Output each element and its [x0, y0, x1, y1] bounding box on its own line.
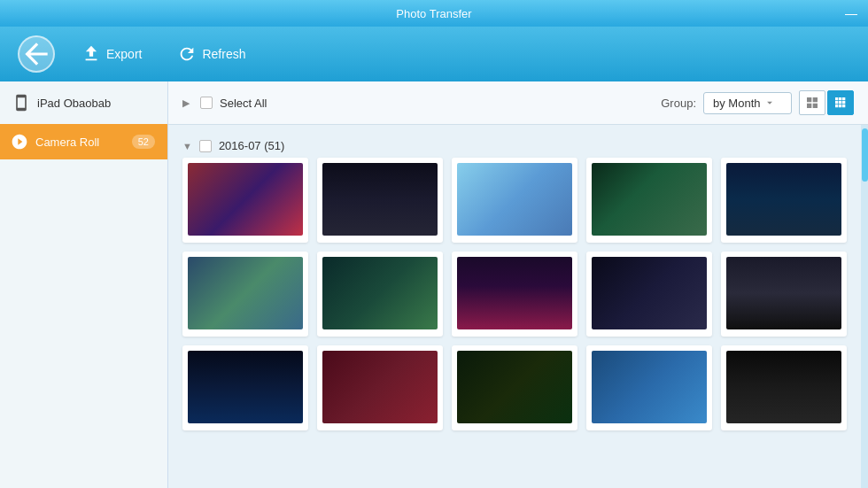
group-checkbox[interactable]	[199, 140, 212, 152]
select-all-label: Select All	[220, 97, 267, 110]
refresh-label: Refresh	[202, 47, 245, 61]
photo-card[interactable]	[721, 158, 847, 243]
photo-card[interactable]	[182, 252, 308, 337]
group-value: by Month	[713, 97, 760, 110]
photo-grid	[182, 158, 847, 439]
content-header: ▶ Select All Group: by Month	[168, 81, 868, 125]
photo-thumbnail	[592, 351, 707, 423]
photo-card[interactable]	[317, 158, 443, 243]
scrollbar-thumb[interactable]	[862, 128, 868, 182]
photo-thumbnail	[322, 163, 438, 236]
photo-card[interactable]	[452, 158, 577, 243]
photos-scroll-area[interactable]: ▼ 2016-07 (51)	[168, 125, 861, 488]
refresh-button[interactable]: Refresh	[168, 39, 254, 69]
photo-card[interactable]	[452, 345, 577, 430]
sidebar: iPad Obaobab Camera Roll 52	[0, 81, 168, 488]
photo-card[interactable]	[182, 345, 308, 430]
device-item: iPad Obaobab	[0, 81, 167, 124]
app-title: Photo Transfer	[396, 7, 471, 20]
sidebar-item-camera-roll[interactable]: Camera Roll 52	[0, 124, 167, 159]
select-all-checkbox[interactable]	[200, 97, 213, 109]
group-collapse-arrow[interactable]: ▼	[182, 141, 192, 151]
photo-card[interactable]	[452, 252, 577, 337]
photo-thumbnail	[322, 257, 438, 329]
toolbar: Export Refresh	[0, 27, 868, 81]
photo-card[interactable]	[586, 252, 712, 337]
photo-card[interactable]	[721, 252, 847, 337]
content-area: ▶ Select All Group: by Month	[168, 81, 868, 488]
group-header: ▼ 2016-07 (51)	[182, 132, 847, 158]
photo-card[interactable]	[586, 345, 712, 430]
group-label: Group:	[661, 97, 696, 110]
photo-card[interactable]	[317, 252, 443, 337]
photo-card[interactable]	[721, 345, 847, 430]
main-area: iPad Obaobab Camera Roll 52 ▶ Select All…	[0, 81, 868, 488]
title-bar: Photo Transfer —	[0, 0, 868, 27]
photo-thumbnail	[457, 351, 572, 423]
group-area: Group: by Month	[661, 90, 854, 115]
device-name: iPad Obaobab	[37, 97, 111, 110]
camera-roll-label: Camera Roll	[35, 136, 99, 149]
photo-thumbnail	[592, 257, 707, 329]
photo-card[interactable]	[317, 345, 443, 430]
view-toggle	[799, 90, 854, 115]
photo-thumbnail	[592, 163, 707, 236]
camera-roll-badge: 52	[132, 135, 155, 149]
photo-thumbnail	[457, 163, 572, 236]
photo-thumbnail	[322, 351, 438, 423]
photo-card[interactable]	[586, 158, 712, 243]
photo-thumbnail	[188, 351, 303, 423]
group-label-text: 2016-07 (51)	[219, 139, 284, 152]
view-grid-large-button[interactable]	[799, 90, 825, 115]
select-all-area: ▶ Select All	[182, 97, 267, 110]
export-label: Export	[106, 47, 142, 61]
photo-thumbnail	[188, 163, 303, 236]
minimize-button[interactable]: —	[845, 6, 857, 20]
back-button[interactable]	[18, 35, 55, 73]
right-scrollbar[interactable]	[861, 125, 868, 488]
expand-arrow-icon[interactable]: ▶	[182, 97, 190, 109]
photo-thumbnail	[457, 257, 572, 329]
group-dropdown[interactable]: by Month	[703, 92, 792, 114]
view-grid-small-button[interactable]	[827, 90, 854, 115]
photo-thumbnail	[188, 257, 303, 329]
export-button[interactable]: Export	[73, 39, 151, 69]
photo-card[interactable]	[182, 158, 308, 243]
photo-thumbnail	[726, 163, 841, 236]
photo-thumbnail	[726, 257, 841, 329]
photo-thumbnail	[726, 351, 841, 423]
